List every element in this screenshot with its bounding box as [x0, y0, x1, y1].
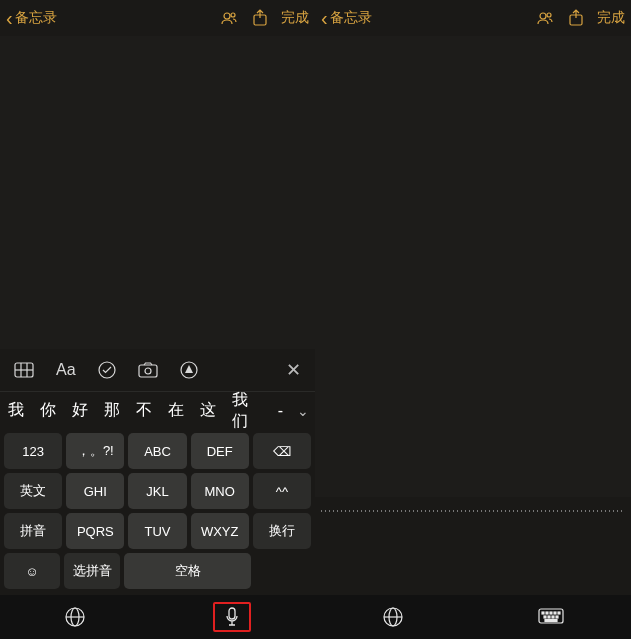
svg-rect-27 — [544, 616, 546, 618]
back-button[interactable]: ‹ 备忘录 — [321, 7, 535, 30]
text-format-button[interactable]: Aa — [56, 361, 76, 379]
key-pinyin[interactable]: 拼音 — [4, 513, 62, 549]
candidate-word[interactable]: 我 — [6, 400, 26, 421]
svg-point-1 — [231, 13, 235, 17]
key-shift[interactable]: ^^ — [253, 473, 311, 509]
candidate-word[interactable]: 这 — [198, 400, 218, 421]
dictation-waveform — [315, 497, 631, 525]
collaborate-icon[interactable] — [535, 8, 555, 28]
candidate-word[interactable]: - — [276, 402, 285, 420]
table-icon[interactable] — [14, 362, 34, 378]
keyboard-icon[interactable] — [538, 608, 564, 626]
markup-icon[interactable] — [180, 361, 198, 379]
key-space[interactable]: 空格 — [124, 553, 251, 589]
svg-rect-8 — [139, 365, 157, 377]
camera-icon[interactable] — [138, 362, 158, 378]
svg-rect-25 — [554, 612, 556, 614]
svg-rect-26 — [558, 612, 560, 614]
globe-icon[interactable] — [382, 606, 404, 628]
svg-rect-31 — [545, 620, 557, 622]
candidate-word[interactable]: 在 — [166, 400, 186, 421]
key-enter[interactable]: 换行 — [253, 513, 311, 549]
svg-rect-30 — [556, 616, 558, 618]
key-english[interactable]: 英文 — [4, 473, 62, 509]
svg-point-16 — [547, 13, 551, 17]
globe-icon[interactable] — [64, 606, 86, 628]
note-content[interactable] — [0, 36, 315, 349]
key-pqrs[interactable]: PQRS — [66, 513, 124, 549]
keyboard-bottombar — [0, 595, 315, 639]
svg-rect-22 — [542, 612, 544, 614]
candidate-word[interactable]: 不 — [134, 400, 154, 421]
share-icon[interactable] — [251, 9, 269, 27]
done-button[interactable]: 完成 — [281, 9, 309, 27]
candidate-expand[interactable]: ⌄ — [297, 403, 309, 419]
key-tuv[interactable]: TUV — [128, 513, 186, 549]
svg-point-7 — [99, 362, 115, 378]
candidate-word[interactable]: 好 — [70, 400, 90, 421]
format-toolbar: Aa ✕ — [0, 349, 315, 391]
key-wxyz[interactable]: WXYZ — [191, 513, 249, 549]
chevron-left-icon: ‹ — [6, 7, 13, 30]
checklist-icon[interactable] — [98, 361, 116, 379]
key-punct[interactable]: ，。?! — [66, 433, 124, 469]
candidate-word[interactable]: 你 — [38, 400, 58, 421]
key-backspace[interactable]: ⌫ — [253, 433, 311, 469]
waveform-line — [321, 510, 625, 512]
svg-point-15 — [540, 13, 546, 19]
svg-rect-14 — [229, 608, 235, 619]
left-screen: ‹ 备忘录 完成 Aa ✕ 我 你 好 — [0, 0, 315, 639]
mic-button-highlighted[interactable] — [213, 602, 251, 632]
key-123[interactable]: 123 — [4, 433, 62, 469]
key-jkl[interactable]: JKL — [128, 473, 186, 509]
key-select-pinyin[interactable]: 选拼音 — [64, 553, 120, 589]
navbar: ‹ 备忘录 完成 — [0, 0, 315, 36]
candidate-word[interactable]: 我们 — [230, 390, 264, 432]
navbar: ‹ 备忘录 完成 — [315, 0, 631, 36]
svg-point-0 — [224, 13, 230, 19]
keyboard: 123 ，。?! ABC DEF ⌫ 英文 GHI JKL MNO ^^ 拼音 … — [0, 429, 315, 595]
note-content[interactable] — [315, 36, 631, 497]
svg-rect-29 — [552, 616, 554, 618]
share-icon[interactable] — [567, 9, 585, 27]
candidate-bar: 我 你 好 那 不 在 这 我们 - ⌄ — [0, 391, 315, 429]
done-button[interactable]: 完成 — [597, 9, 625, 27]
chevron-left-icon: ‹ — [321, 7, 328, 30]
close-icon[interactable]: ✕ — [286, 359, 301, 381]
right-screen: ‹ 备忘录 完成 — [315, 0, 631, 639]
candidate-word[interactable]: 那 — [102, 400, 122, 421]
key-abc[interactable]: ABC — [128, 433, 186, 469]
svg-rect-24 — [550, 612, 552, 614]
svg-rect-28 — [548, 616, 550, 618]
key-emoji[interactable]: ☺ — [4, 553, 60, 589]
back-button[interactable]: ‹ 备忘录 — [6, 7, 219, 30]
back-label: 备忘录 — [15, 9, 57, 27]
svg-rect-23 — [546, 612, 548, 614]
collaborate-icon[interactable] — [219, 8, 239, 28]
key-ghi[interactable]: GHI — [66, 473, 124, 509]
svg-point-9 — [145, 368, 151, 374]
key-def[interactable]: DEF — [191, 433, 249, 469]
back-label: 备忘录 — [330, 9, 372, 27]
key-mno[interactable]: MNO — [191, 473, 249, 509]
dictation-bottombar — [315, 595, 631, 639]
